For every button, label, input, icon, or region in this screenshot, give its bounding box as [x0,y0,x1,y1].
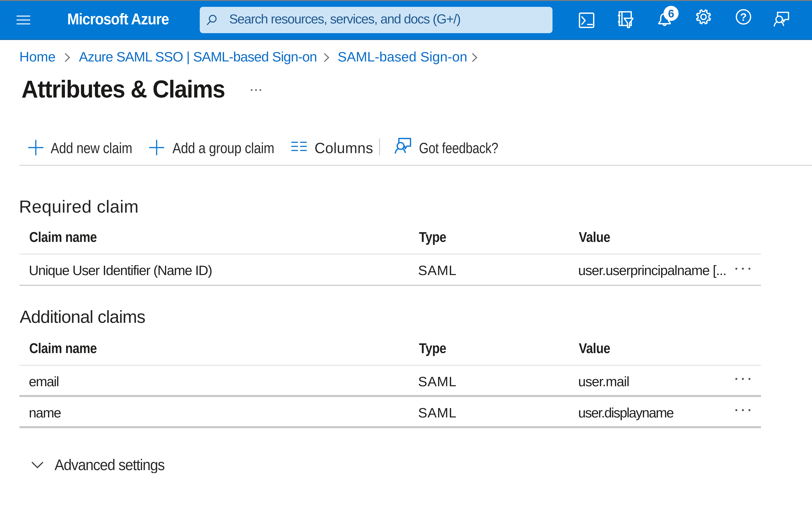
svg-text:6: 6 [668,7,674,19]
svg-text:?: ? [740,11,746,23]
